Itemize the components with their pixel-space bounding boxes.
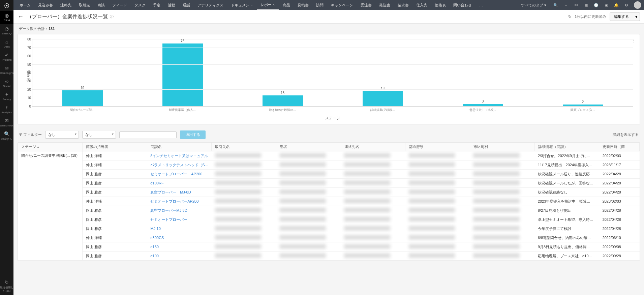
refresh-icon[interactable]: ↻ [568, 14, 571, 19]
calendar-icon[interactable]: ▦ [583, 2, 589, 8]
redacted-value [344, 153, 390, 158]
topmenu-item[interactable]: … [476, 3, 486, 7]
redacted-value [215, 226, 261, 231]
leftbar-item-analytics[interactable]: ⫯Analytics [0, 103, 13, 116]
deal-link[interactable]: セミオートプローバーAP200 [150, 199, 198, 203]
topmenu-item[interactable]: 訪問 [313, 3, 327, 8]
edit-button[interactable]: 編集する [610, 12, 633, 21]
redacted-value [344, 208, 390, 212]
leftbar-item-salesinbox[interactable]: ✉SalesInbox [0, 116, 13, 129]
topmenu-item[interactable]: 発注書 [376, 3, 394, 8]
topmenu-item[interactable]: アナリティクス [194, 3, 227, 8]
table-row[interactable]: 仲山 洋輔α300CS6/8電話問合せ。納期のみの確...2022/06/10 [18, 233, 640, 242]
mail-icon[interactable]: ✉ [573, 2, 579, 8]
gear-icon[interactable]: ⚙ [624, 2, 629, 8]
table-row[interactable]: 問合せ/ニーズ調査中段階B(... (19)仲山 洋輔8インチセミオート又はマニ… [18, 151, 640, 160]
table-header[interactable]: 都道府県 [405, 143, 470, 151]
topmenu-item[interactable]: 商談 [94, 3, 108, 8]
leftbar-item-campaigns[interactable]: ✉Campaigns [0, 63, 13, 77]
table-header[interactable]: ステージ▲ [18, 143, 83, 151]
redacted-value [409, 189, 455, 194]
leftbar-icon: ◎ [0, 13, 13, 18]
leftbar-item-projects[interactable]: ✔Projects [0, 50, 13, 63]
chart-card: ⋮ データ数 1976131832 01020304050607080 問合せ/… [18, 34, 640, 124]
deal-link[interactable]: α300CS [150, 236, 164, 240]
table-header[interactable]: 商談の担当者 [83, 143, 147, 151]
table-row[interactable]: 岡山 雅彦真空プローバーMJ-8D8/27日見積もり提出2022/04/28 [18, 206, 640, 215]
topmenu-item[interactable]: レポート [257, 2, 279, 10]
leftbar-item-survey[interactable]: ✦Survey [0, 90, 13, 103]
leftbar-item-salesiq[interactable]: ◔SalesIQ [0, 24, 13, 37]
topmenu-item[interactable]: 受注書 [357, 3, 375, 8]
filter-field-select[interactable]: なし [45, 131, 79, 139]
bell-icon[interactable]: 🔔 [614, 2, 619, 8]
table-header[interactable]: 市区町村 [470, 143, 534, 151]
topmenu-item[interactable]: 仕入先 [413, 3, 431, 8]
search-icon[interactable]: 🔍 [553, 2, 558, 8]
table-row[interactable]: 仲山 洋輔セミオートプローバーAP2002023年度導入を検討中 概算...20… [18, 197, 640, 206]
redacted-value [215, 199, 261, 203]
table-header[interactable]: 商談名 [147, 143, 212, 151]
topmenu-item[interactable]: ホーム [16, 3, 34, 8]
table-header[interactable]: 取引先名 [212, 143, 276, 151]
leftbar-item-crm[interactable]: ◎CRM [0, 11, 13, 24]
deal-link[interactable]: 真空プローバー MJ-8D [150, 190, 191, 194]
table-row[interactable]: 仲山 洋輔パラメトリックテストヘッド（S...11/17見積提出 2024年度導… [18, 160, 640, 170]
topmenu-item[interactable]: タスク [131, 3, 149, 8]
topmenu-item[interactable]: 見込み客 [35, 3, 56, 8]
topmenu-item[interactable]: 活動 [164, 3, 179, 8]
apply-button[interactable]: 適用する [180, 130, 206, 139]
plus-icon[interactable]: ＋ [563, 2, 569, 8]
deal-link[interactable]: α100RF [150, 181, 163, 185]
edit-dropdown[interactable]: ▾ [633, 12, 640, 21]
table-row[interactable]: 岡山 雅彦MJ-10今年度予算にて検討2022/04/28 [18, 224, 640, 233]
table-row[interactable]: 岡山 雅彦セミオートプローバー卓上型セミオート希望、導入時...2022/04/… [18, 215, 640, 224]
all-tabs-dropdown[interactable]: すべてのタブ ▾ [521, 3, 546, 8]
show-details-link[interactable]: 詳細を表示する [613, 132, 639, 137]
leftbar-recent[interactable]: ↻ 最近使用した項目 [0, 277, 13, 295]
topmenu-item[interactable]: 問い合わせ [450, 3, 475, 8]
table-header[interactable]: 部署 [276, 143, 341, 151]
topmenu-item[interactable]: 見積書 [294, 3, 312, 8]
app-logo[interactable]: ⦿ [2, 1, 11, 11]
clock-icon[interactable]: 🕘 [593, 2, 599, 8]
table-header[interactable]: 詳細情報（商談） [534, 143, 599, 151]
deal-link[interactable]: 8インチセミオート又はマニュアル [150, 154, 208, 158]
filter-condition-select[interactable]: なし [82, 131, 116, 139]
topmenu-item[interactable]: 商品 [279, 3, 294, 8]
info-icon[interactable]: ⓘ [110, 14, 114, 19]
topmenu-item[interactable]: フィード [109, 3, 130, 8]
back-button[interactable]: ← [18, 13, 24, 20]
redacted-value [344, 244, 390, 249]
leftbar-item-検索する[interactable]: 🔍検索する [0, 129, 13, 143]
deal-link[interactable]: α100 [150, 254, 159, 258]
deal-link[interactable]: パラメトリックテストヘッド（S... [150, 163, 208, 167]
table-row[interactable]: 岡山 雅彦α100応用物理展、ブース来社 α10...2022/09/28 [18, 252, 640, 261]
deal-link[interactable]: セミオートプローバー [150, 217, 187, 222]
topmenu-item[interactable]: 請求書 [394, 3, 412, 8]
leftbar-icon: ∞ [0, 79, 13, 84]
leftbar-item-social[interactable]: ∞Social [0, 77, 13, 90]
table-row[interactable]: 岡山 雅彦α100RF状況確認メールしたが、回答な...2022/04/28 [18, 179, 640, 188]
deal-link[interactable]: セミオートプローバー AP200 [150, 172, 202, 176]
topmenu-item[interactable]: 連絡先 [57, 3, 75, 8]
topmenu-item[interactable]: 予定 [150, 3, 164, 8]
deal-link[interactable]: α150 [150, 245, 159, 249]
deal-link[interactable]: 真空プローバーMJ-8D [150, 208, 187, 212]
filter-value-input[interactable] [119, 131, 177, 138]
topmenu-item[interactable]: 通話 [179, 3, 193, 8]
table-header[interactable]: 連絡先名 [341, 143, 405, 151]
topmenu-item[interactable]: ドキュメント [227, 3, 256, 8]
topmenu-item[interactable]: 取引先 [75, 3, 93, 8]
redacted-value [215, 244, 261, 249]
leftbar-item-desk[interactable]: ⌂Desk [0, 37, 13, 50]
table-header[interactable]: 更新日時（商 [599, 143, 640, 151]
table-row[interactable]: 岡山 雅彦真空プローバー MJ-8D状況確認連絡なし2022/04/28 [18, 188, 640, 197]
apps-icon[interactable]: ▣ [604, 2, 609, 8]
topmenu-item[interactable]: キャンペーン [328, 3, 357, 8]
table-row[interactable]: 岡山 雅彦α1509月8日見積もり提出、価格調...2022/09/08 [18, 242, 640, 252]
deal-link[interactable]: MJ-10 [150, 227, 161, 231]
topmenu-item[interactable]: 価格表 [431, 3, 449, 8]
avatar[interactable] [634, 1, 641, 9]
table-row[interactable]: 岡山 雅彦セミオートプローバー AP200状況確認メール送り、連絡反応...20… [18, 170, 640, 179]
